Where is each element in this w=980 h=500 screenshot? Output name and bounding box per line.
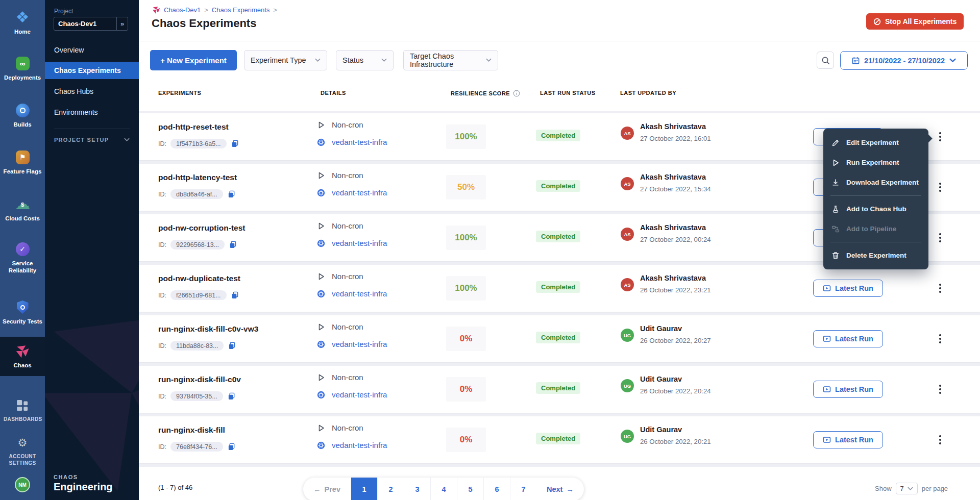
status-badge: Completed: [536, 382, 580, 394]
stop-icon: [873, 18, 881, 26]
sidebar-item-chaos-hubs[interactable]: Chaos Hubs: [45, 83, 139, 100]
row-menu-button[interactable]: [935, 381, 945, 397]
row-menu-button[interactable]: [935, 432, 945, 448]
experiment-name[interactable]: run-nginx-disk-fill-c0v-vw3: [158, 324, 258, 334]
page-number-button[interactable]: 3: [404, 478, 430, 500]
menu-item-download-experiment[interactable]: Download Experiment: [823, 172, 928, 192]
row-menu-button[interactable]: [935, 280, 945, 296]
experiment-name[interactable]: run-nginx-disk-fill: [158, 426, 225, 435]
info-icon[interactable]: [513, 90, 520, 97]
copy-icon[interactable]: [231, 140, 239, 147]
table-row: run-nginx-disk-fill ID: 76e8f434-76... N…: [139, 416, 980, 463]
latest-run-button[interactable]: Latest Run: [813, 280, 883, 297]
infrastructure-link[interactable]: vedant-test-infra: [332, 441, 387, 449]
copy-icon[interactable]: [228, 342, 236, 349]
resilience-score: 50%: [457, 182, 475, 192]
avatar: UG: [621, 379, 634, 392]
page-number-button[interactable]: 7: [510, 478, 536, 500]
sidebar-module-service-reliability[interactable]: ✓ Service Reliability: [0, 239, 45, 278]
sidebar-module-cloud-costs[interactable]: ☁$ Cloud Costs: [0, 194, 45, 225]
breadcrumb-separator: >: [273, 6, 277, 14]
row-menu-button[interactable]: [935, 331, 945, 347]
menu-item-edit-experiment[interactable]: Edit Experiment: [823, 133, 928, 153]
breadcrumb-link[interactable]: Chaos-Dev1: [164, 6, 201, 14]
menu-item-add-to-chaos-hub[interactable]: Add to Chaos Hub: [823, 199, 928, 219]
page-number-button[interactable]: 4: [430, 478, 457, 500]
table-row: run-nginx-disk-fill-c0v ID: 93784f05-35.…: [139, 366, 980, 413]
sidebar-module-feature-flags[interactable]: ⚑ Feature Flags: [0, 147, 45, 178]
experiment-name[interactable]: pod-http-latency-test: [158, 173, 237, 182]
menu-item-run-experiment[interactable]: Run Experiment: [823, 153, 928, 172]
next-page-button[interactable]: Next →: [536, 478, 584, 500]
sidebar-module-dashboards[interactable]: DASHBOARDS: [0, 395, 45, 426]
new-experiment-button[interactable]: + New Experiment: [150, 50, 237, 70]
search-button[interactable]: [817, 52, 834, 69]
avatar: UG: [621, 430, 634, 443]
stop-all-experiments-button[interactable]: Stop All Experiments: [866, 13, 964, 30]
project-label: Project: [54, 8, 73, 15]
page-number-button[interactable]: 1: [351, 478, 377, 500]
sidebar-module-security-tests[interactable]: Security Tests: [0, 297, 45, 328]
sidebar-item-environments[interactable]: Environments: [45, 104, 139, 121]
sidebar-module-builds[interactable]: Builds: [0, 100, 45, 131]
experiment-name[interactable]: pod-nw-corruption-test: [158, 223, 245, 233]
copy-icon[interactable]: [228, 392, 235, 400]
avatar: UG: [621, 329, 634, 342]
date-range-picker[interactable]: 21/10/2022 - 27/10/2022: [840, 51, 968, 70]
updated-date: 26 October 2022, 20:24: [640, 387, 711, 395]
latest-run-button[interactable]: Latest Run: [813, 330, 883, 347]
infrastructure-link[interactable]: vedant-test-infra: [332, 289, 387, 298]
chevron-down-gray-icon: [486, 58, 492, 62]
sidebar-module-deployments[interactable]: ∞ Deployments: [0, 53, 45, 84]
infrastructure-link[interactable]: vedant-test-infra: [332, 239, 387, 247]
user-avatar[interactable]: NM: [15, 477, 30, 492]
id-label: ID:: [158, 292, 166, 299]
experiment-name[interactable]: pod-http-reset-test: [158, 122, 229, 132]
per-page-select[interactable]: 7: [896, 483, 918, 494]
experiment-type: Non-cron: [332, 423, 363, 432]
sidebar-module-account-settings[interactable]: ⚙ ACCOUNT SETTINGS: [0, 433, 45, 469]
menu-item-delete-experiment[interactable]: Delete Experiment: [823, 245, 928, 265]
dashboards-icon: [15, 398, 30, 413]
prev-page-button[interactable]: ← Prev: [303, 478, 351, 500]
copy-icon[interactable]: [229, 241, 237, 248]
infrastructure-link[interactable]: vedant-test-infra: [332, 340, 387, 348]
sidebar-item-overview[interactable]: Overview: [45, 41, 139, 59]
filter-dropdown-target-chaos-infrastructure[interactable]: Target Chaos Infrastructure: [403, 50, 498, 70]
sidebar-module-chaos[interactable]: Chaos: [0, 337, 45, 376]
copy-icon[interactable]: [231, 291, 239, 299]
latest-run-button[interactable]: Latest Run: [813, 431, 883, 448]
experiment-name[interactable]: pod-nw-duplicate-test: [158, 274, 240, 283]
updated-by-name: Udit Gaurav: [640, 426, 682, 434]
page-number-button[interactable]: 5: [457, 478, 483, 500]
breadcrumb-link[interactable]: Chaos Experiments: [212, 6, 270, 14]
resilience-score: 0%: [460, 435, 473, 445]
updated-by-name: Akash Shrivastava: [640, 122, 706, 131]
row-menu-button[interactable]: [935, 129, 945, 145]
copy-icon[interactable]: [228, 190, 235, 198]
copy-icon[interactable]: [228, 443, 235, 451]
infrastructure-link[interactable]: vedant-test-infra: [332, 390, 387, 399]
expand-project-icon[interactable]: »: [116, 17, 128, 30]
security-tests-icon: [17, 300, 29, 314]
experiment-name[interactable]: run-nginx-disk-fill-c0v: [158, 375, 241, 384]
row-menu-button[interactable]: [935, 179, 945, 195]
home-icon: ❖: [16, 10, 30, 24]
infrastructure-link[interactable]: vedant-test-infra: [332, 138, 387, 146]
experiment-type: Non-cron: [332, 171, 363, 180]
filter-dropdown-status[interactable]: Status: [336, 50, 394, 70]
pagination-bar: (1 - 7) of 46 ← Prev 1 2 3: [139, 474, 980, 500]
column-header: LAST UPDATED BY: [620, 90, 676, 96]
infrastructure-link[interactable]: vedant-test-infra: [332, 188, 387, 197]
row-menu-button[interactable]: [935, 230, 945, 246]
project-selector[interactable]: Chaos-Dev1 »: [54, 17, 128, 31]
sidebar-module-home[interactable]: ❖ Home: [0, 7, 45, 38]
project-setup-toggle[interactable]: PROJECT SETUP: [54, 137, 130, 143]
sidebar-item-chaos-experiments[interactable]: Chaos Experiments: [45, 62, 139, 79]
page-number-button[interactable]: 2: [377, 478, 404, 500]
filter-dropdown-experiment-type[interactable]: Experiment Type: [244, 50, 327, 70]
experiment-id: 76e8f434-76...: [170, 442, 223, 452]
breadcrumb: Chaos-Dev1 > Chaos Experiments >: [152, 6, 277, 14]
page-number-button[interactable]: 6: [483, 478, 510, 500]
latest-run-button[interactable]: Latest Run: [813, 381, 883, 398]
